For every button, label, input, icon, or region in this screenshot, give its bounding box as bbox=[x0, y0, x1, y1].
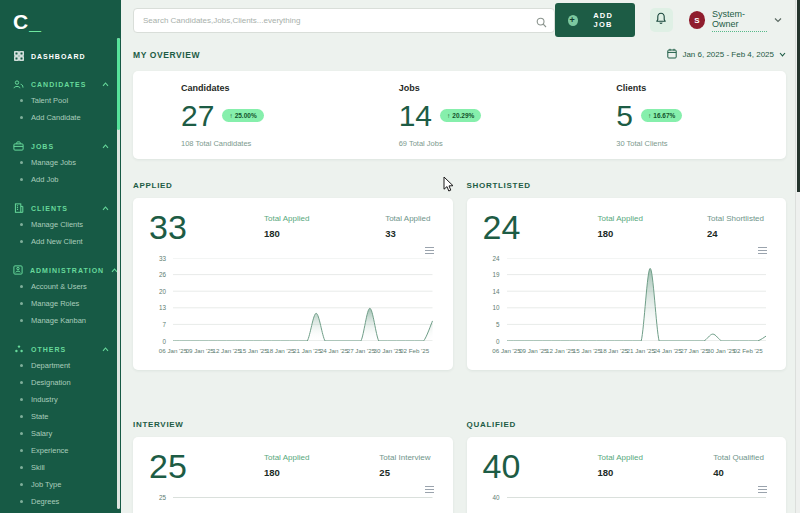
sidebar-item-manage-roles[interactable]: Manage Roles bbox=[13, 295, 121, 312]
sidebar-item-department[interactable]: Department bbox=[13, 357, 121, 374]
overview-header: MY OVERVIEW Jan 6, 2025 - Feb 4, 2025 bbox=[133, 48, 786, 61]
stat-title: Jobs bbox=[399, 83, 569, 93]
section-label: CLIENTS bbox=[31, 205, 95, 212]
chart-card: 24 Total Applied 180 Total Shortlisted 2… bbox=[467, 198, 787, 370]
sidebar-item-label: Add Job bbox=[31, 175, 59, 184]
bullet-icon bbox=[20, 285, 23, 288]
sidebar-item-experience[interactable]: Experience bbox=[13, 442, 121, 459]
chart-stat-1: Total Applied 180 bbox=[598, 210, 643, 239]
sidebar-section-clients[interactable]: CLIENTS bbox=[13, 200, 121, 216]
calendar-icon bbox=[667, 48, 677, 61]
chart-section-interview: INTERVIEW 25 Total Applied 180 Total Int… bbox=[133, 420, 453, 513]
change-value: 20.29% bbox=[452, 112, 474, 119]
sidebar-item-add-candidate[interactable]: Add Candidate bbox=[13, 109, 121, 126]
sidebar-item-label: Salary bbox=[31, 429, 52, 438]
chart-plot bbox=[173, 258, 433, 341]
change-badge: ↑20.29% bbox=[440, 109, 481, 122]
sidebar-section-jobs[interactable]: JOBS bbox=[13, 138, 121, 154]
section-label: JOBS bbox=[31, 143, 95, 150]
chart-plot bbox=[507, 258, 767, 341]
sidebar-item-account-users[interactable]: Account & Users bbox=[13, 278, 121, 295]
sidebar-item-talent-pool[interactable]: Talent Pool bbox=[13, 92, 121, 109]
page-scrollbar[interactable] bbox=[795, 0, 800, 513]
stat-subtitle: 108 Total Candidates bbox=[181, 139, 351, 148]
sidebar-item-salary[interactable]: Salary bbox=[13, 425, 121, 442]
bullet-icon bbox=[20, 178, 23, 181]
date-range-picker[interactable]: Jan 6, 2025 - Feb 4, 2025 bbox=[667, 48, 786, 61]
sidebar-item-manage-jobs[interactable]: Manage Jobs bbox=[13, 154, 121, 171]
stat-title: Clients bbox=[616, 83, 786, 93]
bullet-icon bbox=[20, 364, 23, 367]
chart-menu-icon[interactable] bbox=[757, 485, 768, 495]
chart-section-qualified: QUALIFIED 40 Total Applied 180 Total Qua… bbox=[467, 420, 787, 513]
chevron-up-icon bbox=[102, 205, 109, 212]
sidebar-item-skill[interactable]: Skill bbox=[13, 459, 121, 476]
sidebar-item-add-new-client[interactable]: Add New Client bbox=[13, 233, 121, 250]
sidebar-item-state[interactable]: State bbox=[13, 408, 121, 425]
sidebar-item-label: State bbox=[31, 412, 49, 421]
chart-summary: 40 Total Applied 180 Total Qualified 40 bbox=[483, 449, 771, 485]
sidebar-item-label: Talent Pool bbox=[31, 96, 68, 105]
sidebar-item-label: Experience bbox=[31, 446, 69, 455]
bullet-icon bbox=[20, 319, 23, 322]
stat-label: Total Applied bbox=[264, 453, 309, 462]
add-job-button[interactable]: + ADD JOB bbox=[555, 3, 636, 37]
chart-menu-icon[interactable] bbox=[424, 485, 435, 495]
chart-stat-2: Total Qualified 40 bbox=[713, 449, 764, 478]
chart-section-applied: APPLIED 33 Total Applied 180 Total Appli… bbox=[133, 181, 453, 370]
search-icon[interactable] bbox=[536, 14, 547, 32]
sidebar-item-industry[interactable]: Industry bbox=[13, 391, 121, 408]
sidebar-item-designation[interactable]: Designation bbox=[13, 374, 121, 391]
stat-title: Candidates bbox=[181, 83, 351, 93]
bullet-icon bbox=[20, 161, 23, 164]
sidebar-item-label: Industry bbox=[31, 395, 58, 404]
sidebar-item-add-job[interactable]: Add Job bbox=[13, 171, 121, 188]
sidebar-item-manage-clients[interactable]: Manage Clients bbox=[13, 216, 121, 233]
date-range-label: Jan 6, 2025 - Feb 4, 2025 bbox=[682, 50, 774, 59]
sidebar-item-job-type[interactable]: Job Type bbox=[13, 476, 121, 493]
chart-stat-1: Total Applied 180 bbox=[598, 449, 643, 478]
stat-value: 33 bbox=[385, 228, 430, 239]
change-badge: ↑25.00% bbox=[222, 109, 263, 122]
stat-value: 180 bbox=[598, 228, 643, 239]
chart-card: 40 Total Applied 180 Total Qualified 40 … bbox=[467, 437, 787, 513]
stat-value: 40 bbox=[713, 467, 764, 478]
search-input[interactable] bbox=[133, 8, 555, 33]
sidebar-item-label: Department bbox=[31, 361, 70, 370]
overview-stat-clients: Clients5↑16.67%30 Total Clients bbox=[568, 83, 786, 148]
grid-icon bbox=[13, 51, 24, 61]
chevron-up-icon bbox=[102, 346, 109, 353]
bullet-icon bbox=[20, 116, 23, 119]
chart-big-value: 25 bbox=[149, 449, 264, 485]
chart-menu-icon[interactable] bbox=[424, 246, 435, 256]
sidebar-section-others[interactable]: OTHERS bbox=[13, 341, 121, 357]
bullet-icon bbox=[20, 466, 23, 469]
sidebar-item-dashboard[interactable]: DASHBOARD bbox=[13, 48, 121, 64]
sidebar-section-candidates[interactable]: CANDIDATES bbox=[13, 76, 121, 92]
sidebar: C_ DASHBOARD CANDIDATESTalent PoolAdd Ca… bbox=[0, 0, 121, 513]
chart-menu-icon[interactable] bbox=[757, 246, 768, 256]
bell-icon bbox=[655, 11, 667, 29]
change-badge: ↑16.67% bbox=[641, 109, 682, 122]
sidebar-section-administration[interactable]: ADMINISTRATION bbox=[13, 262, 121, 278]
chart-x-axis: 06 Jan '2509 Jan '2512 Jan '2515 Jan '25… bbox=[507, 343, 767, 354]
sidebar-item-label: Degrees bbox=[31, 497, 59, 506]
user-menu[interactable]: System-Owner bbox=[712, 9, 767, 32]
sidebar-item-label: Add New Client bbox=[31, 237, 83, 246]
sidebar-item-degrees[interactable]: Degrees bbox=[13, 493, 121, 510]
dots-icon bbox=[13, 344, 24, 354]
notification-bell-button[interactable] bbox=[650, 8, 672, 32]
sidebar-scrollbar[interactable] bbox=[117, 38, 120, 509]
sidebar-item-label: Job Type bbox=[31, 480, 61, 489]
user-avatar[interactable]: S bbox=[689, 11, 706, 29]
chart-plot bbox=[173, 497, 433, 513]
sidebar-item-label: Account & Users bbox=[31, 282, 87, 291]
arrow-up-icon: ↑ bbox=[648, 112, 651, 119]
sidebar-item-label: Manage Clients bbox=[31, 220, 83, 229]
app-logo[interactable]: C_ bbox=[13, 10, 121, 34]
sidebar-item-manage-kanban[interactable]: Manage Kanban bbox=[13, 312, 121, 329]
bullet-icon bbox=[20, 223, 23, 226]
chart-stat-2: Total Shortlisted 24 bbox=[707, 210, 764, 239]
chevron-down-icon[interactable] bbox=[774, 17, 782, 23]
sidebar-scrollbar-thumb[interactable] bbox=[117, 38, 120, 130]
